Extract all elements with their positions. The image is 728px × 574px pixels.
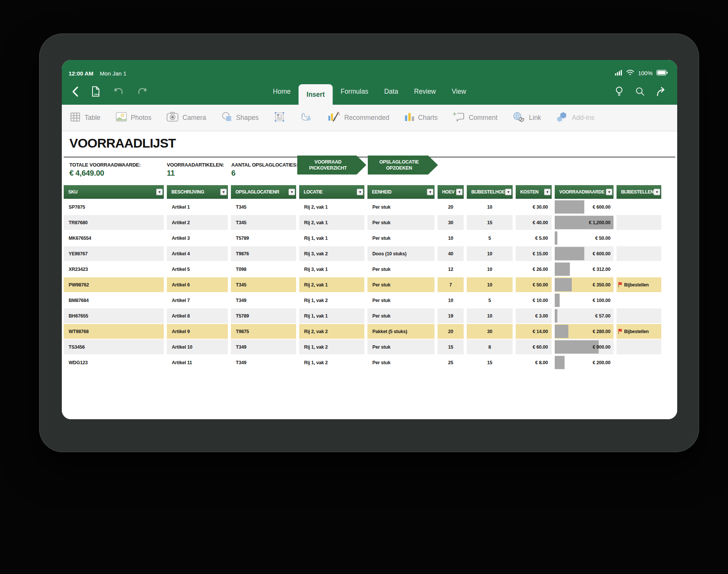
cell-locatie[interactable]: Rij 1, vak 2 bbox=[299, 355, 364, 370]
cell-opslaglocatienr[interactable]: T349 bbox=[231, 355, 296, 370]
cell-bijbestellen[interactable] bbox=[617, 340, 661, 354]
filter-dropdown-button[interactable]: ▾ bbox=[544, 189, 551, 195]
cell-opslaglocatienr[interactable]: T098 bbox=[231, 262, 296, 277]
toolbar-item-charts[interactable]: Charts bbox=[405, 112, 438, 124]
cell-bijbestelhoev[interactable]: 10 bbox=[467, 277, 513, 292]
toolbar-item-camera[interactable]: Camera bbox=[166, 112, 206, 124]
cell-sku[interactable]: SP7875 bbox=[64, 200, 164, 214]
cell-locatie[interactable]: Rij 1, vak 2 bbox=[299, 293, 364, 308]
cell-bijbestelhoev[interactable]: 15 bbox=[467, 355, 513, 370]
cell-opslaglocatienr[interactable]: T9876 bbox=[231, 246, 296, 261]
cell-sku[interactable]: WT98768 bbox=[64, 324, 164, 339]
cell-beschrijving[interactable]: Artikel 11 bbox=[167, 355, 228, 370]
cell-voorraadwaarde[interactable]: € 600.00 bbox=[555, 246, 613, 261]
cell-kosten[interactable]: € 10.00 bbox=[516, 293, 552, 308]
cell-bijbestellen[interactable]: Bijbestellen bbox=[617, 277, 661, 292]
cell-voorraadwaarde[interactable]: € 57.00 bbox=[555, 308, 613, 323]
cell-kosten[interactable]: € 50.00 bbox=[516, 277, 552, 292]
filter-dropdown-button[interactable]: ▾ bbox=[505, 189, 511, 195]
cell-locatie[interactable]: Rij 1, vak 1 bbox=[299, 231, 364, 245]
cell-hoev[interactable]: 20 bbox=[438, 324, 464, 339]
cell-hoev[interactable]: 15 bbox=[438, 340, 464, 354]
cell-eenheid[interactable]: Pakket (5 stuks) bbox=[367, 324, 435, 339]
summary-value-items[interactable]: 11 bbox=[167, 169, 175, 178]
cell-locatie[interactable]: Rij 2, vak 1 bbox=[299, 277, 364, 292]
filter-dropdown-button[interactable]: ▾ bbox=[456, 189, 463, 195]
cell-beschrijving[interactable]: Artikel 9 bbox=[167, 324, 228, 339]
cell-eenheid[interactable]: Per stuk bbox=[367, 293, 435, 308]
cell-beschrijving[interactable]: Artikel 6 bbox=[167, 277, 228, 292]
cell-voorraadwaarde[interactable]: € 280.00 bbox=[555, 324, 613, 339]
cell-bijbestellen[interactable] bbox=[617, 215, 661, 230]
cell-opslaglocatienr[interactable]: T345 bbox=[231, 277, 296, 292]
undo-button[interactable] bbox=[113, 86, 124, 97]
cell-hoev[interactable]: 12 bbox=[438, 262, 464, 277]
opslaglocatie-opzoeken-button[interactable]: OPSLAGLOCATIE OPZOEKEN bbox=[368, 156, 438, 175]
cell-bijbestelhoev[interactable]: 15 bbox=[467, 215, 513, 230]
cell-locatie[interactable]: Rij 3, vak 2 bbox=[299, 246, 364, 261]
cell-locatie[interactable]: Rij 2, vak 1 bbox=[299, 200, 364, 214]
cell-kosten[interactable]: € 5.00 bbox=[516, 231, 552, 245]
cell-sku[interactable]: YE98767 bbox=[64, 246, 164, 261]
tab-review[interactable]: Review bbox=[406, 78, 444, 105]
cell-opslaglocatienr[interactable]: T349 bbox=[231, 293, 296, 308]
cell-bijbestelhoev[interactable]: 10 bbox=[467, 246, 513, 261]
cell-bijbestelhoev[interactable]: 5 bbox=[467, 231, 513, 245]
summary-value-locations[interactable]: 6 bbox=[231, 169, 235, 178]
cell-locatie[interactable]: Rij 3, vak 1 bbox=[299, 262, 364, 277]
filter-dropdown-button[interactable]: ▾ bbox=[289, 189, 295, 195]
toolbar-item-shapes[interactable]: Shapes bbox=[221, 112, 259, 124]
toolbar-item-recommended-charts[interactable]: Recommended bbox=[328, 111, 389, 124]
cell-bijbestelhoev[interactable]: 8 bbox=[467, 340, 513, 354]
cell-locatie[interactable]: Rij 1, vak 1 bbox=[299, 308, 364, 323]
cell-kosten[interactable]: € 60.00 bbox=[516, 340, 552, 354]
toolbar-item-table[interactable]: Table bbox=[70, 112, 100, 124]
cell-sku[interactable]: TS3456 bbox=[64, 340, 164, 354]
summary-value-total-value[interactable]: € 4,649.00 bbox=[69, 169, 104, 178]
cell-bijbestelhoev[interactable]: 30 bbox=[467, 324, 513, 339]
cell-hoev[interactable]: 7 bbox=[438, 277, 464, 292]
cell-kosten[interactable]: € 40.00 bbox=[516, 215, 552, 230]
tab-data[interactable]: Data bbox=[376, 78, 406, 105]
cell-opslaglocatienr[interactable]: T5789 bbox=[231, 231, 296, 245]
cell-beschrijving[interactable]: Artikel 7 bbox=[167, 293, 228, 308]
cell-locatie[interactable]: Rij 1, vak 2 bbox=[299, 340, 364, 354]
cell-voorraadwaarde[interactable]: € 100.00 bbox=[555, 293, 613, 308]
cell-eenheid[interactable]: Per stuk bbox=[367, 277, 435, 292]
cell-voorraadwaarde[interactable]: € 900.00 bbox=[555, 340, 613, 354]
tab-insert[interactable]: Insert bbox=[299, 84, 333, 105]
cell-beschrijving[interactable]: Artikel 5 bbox=[167, 262, 228, 277]
filter-dropdown-button[interactable]: ▾ bbox=[427, 189, 433, 195]
cell-hoev[interactable]: 40 bbox=[438, 246, 464, 261]
cell-bijbestellen[interactable] bbox=[617, 308, 661, 323]
filter-dropdown-button[interactable]: ▾ bbox=[357, 189, 363, 195]
back-button[interactable] bbox=[72, 86, 79, 97]
toolbar-item-3d-models[interactable] bbox=[300, 111, 312, 124]
lightbulb-icon[interactable] bbox=[615, 86, 624, 97]
cell-opslaglocatienr[interactable]: T345 bbox=[231, 215, 296, 230]
cell-kosten[interactable]: € 3.00 bbox=[516, 308, 552, 323]
cell-bijbestellen[interactable] bbox=[617, 200, 661, 214]
cell-opslaglocatienr[interactable]: T5789 bbox=[231, 308, 296, 323]
filter-dropdown-button[interactable]: ▾ bbox=[606, 189, 612, 195]
cell-sku[interactable]: XR23423 bbox=[64, 262, 164, 277]
cell-eenheid[interactable]: Per stuk bbox=[367, 308, 435, 323]
cell-opslaglocatienr[interactable]: T345 bbox=[231, 200, 296, 214]
cell-voorraadwaarde[interactable]: € 1,200.00 bbox=[555, 215, 613, 230]
cell-sku[interactable]: MK676554 bbox=[64, 231, 164, 245]
search-icon[interactable] bbox=[635, 86, 645, 96]
filter-dropdown-button[interactable]: ▾ bbox=[220, 189, 227, 195]
cell-eenheid[interactable]: Per stuk bbox=[367, 200, 435, 214]
cell-locatie[interactable]: Rij 2, vak 2 bbox=[299, 324, 364, 339]
toolbar-item-link[interactable]: Link bbox=[513, 112, 541, 124]
cell-kosten[interactable]: € 14.00 bbox=[516, 324, 552, 339]
cell-voorraadwaarde[interactable]: € 312.00 bbox=[555, 262, 613, 277]
cell-kosten[interactable]: € 26.00 bbox=[516, 262, 552, 277]
cell-eenheid[interactable]: Per stuk bbox=[367, 262, 435, 277]
cell-bijbestellen[interactable] bbox=[617, 355, 661, 370]
cell-kosten[interactable]: € 15.00 bbox=[516, 246, 552, 261]
filter-dropdown-button[interactable]: ▾ bbox=[156, 189, 163, 195]
cell-bijbestellen[interactable] bbox=[617, 246, 661, 261]
cell-beschrijving[interactable]: Artikel 3 bbox=[167, 231, 228, 245]
tab-formulas[interactable]: Formulas bbox=[333, 78, 376, 105]
